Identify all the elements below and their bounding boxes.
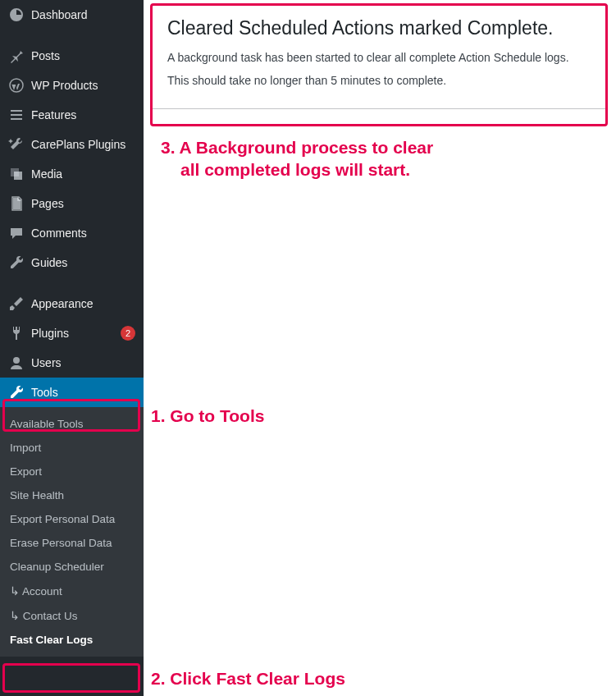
sidebar-item-label: Pages — [31, 197, 135, 210]
annotation-3-line2: all completed logs will start. — [180, 159, 410, 181]
comment-icon — [8, 225, 25, 241]
svg-rect-2 — [11, 114, 22, 116]
notice-line2: This should take no longer than 5 minute… — [167, 74, 592, 87]
dashboard-icon — [8, 7, 25, 23]
sub-item-contact-us[interactable]: ↳ Contact Us — [0, 603, 144, 628]
media-icon — [8, 166, 25, 182]
brush-icon — [8, 295, 25, 312]
sidebar-item-dashboard[interactable]: Dashboard — [0, 0, 144, 30]
wrench-spark-icon — [8, 136, 25, 153]
notice-title: Cleared Scheduled Actions marked Complet… — [167, 17, 592, 39]
sidebar-item-label: Appearance — [31, 297, 135, 310]
sub-item-import[interactable]: Import — [0, 436, 144, 460]
sidebar-item-label: Tools — [31, 386, 135, 399]
sidebar-item-comments[interactable]: Comments — [0, 218, 144, 248]
annotation-2: 2. Click Fast Clear Logs — [151, 668, 345, 689]
svg-rect-1 — [11, 110, 22, 112]
annotation-1: 1. Go to Tools — [151, 405, 264, 427]
sidebar-item-label: Posts — [31, 49, 135, 62]
sidebar-item-media[interactable]: Media — [0, 159, 144, 189]
list-icon — [8, 107, 25, 123]
sub-item-export-personal-data[interactable]: Export Personal Data — [0, 507, 144, 531]
sidebar-item-label: Features — [31, 108, 135, 121]
svg-point-4 — [13, 357, 20, 364]
sub-item-erase-personal-data[interactable]: Erase Personal Data — [0, 531, 144, 555]
page-icon — [8, 195, 25, 212]
sidebar-item-features[interactable]: Features — [0, 100, 144, 130]
user-icon — [8, 355, 25, 371]
wrench-icon — [8, 254, 25, 271]
sidebar-item-careplans[interactable]: CarePlans Plugins — [0, 130, 144, 159]
sidebar-item-label: Comments — [31, 227, 135, 240]
plug-icon — [8, 325, 25, 341]
sub-item-site-health[interactable]: Site Health — [0, 483, 144, 507]
svg-point-0 — [10, 79, 23, 92]
plugins-update-badge: 2 — [121, 326, 135, 341]
main-content: Cleared Scheduled Actions marked Complet… — [152, 5, 608, 109]
sidebar-item-label: Plugins — [31, 327, 116, 340]
pin-icon — [8, 48, 25, 64]
sub-item-cleanup-scheduler[interactable]: Cleanup Scheduler — [0, 555, 144, 579]
sub-item-export[interactable]: Export — [0, 460, 144, 483]
admin-sidebar: Dashboard Posts WP Products Features Car… — [0, 0, 144, 696]
sub-item-fast-clear-logs[interactable]: Fast Clear Logs — [0, 628, 144, 652]
sidebar-item-label: Dashboard — [31, 8, 135, 21]
wrench-icon — [8, 384, 25, 401]
sidebar-item-label: CarePlans Plugins — [31, 138, 135, 151]
sidebar-item-tools[interactable]: Tools — [0, 378, 144, 407]
annotation-3-line1: 3. A Background process to clear — [161, 137, 433, 158]
admin-notice: Cleared Scheduled Actions marked Complet… — [152, 5, 608, 109]
sidebar-item-plugins[interactable]: Plugins 2 — [0, 318, 144, 348]
sidebar-item-label: Media — [31, 167, 135, 181]
wordpress-icon — [8, 77, 25, 94]
sidebar-item-label: WP Products — [31, 79, 135, 92]
sidebar-item-guides[interactable]: Guides — [0, 248, 144, 277]
sub-item-account[interactable]: ↳ Account — [0, 579, 144, 603]
sidebar-item-label: Users — [31, 356, 135, 369]
svg-rect-3 — [11, 118, 22, 120]
sidebar-item-wpproducts[interactable]: WP Products — [0, 71, 144, 100]
sidebar-item-appearance[interactable]: Appearance — [0, 289, 144, 318]
sidebar-item-label: Guides — [31, 256, 135, 269]
sidebar-item-posts[interactable]: Posts — [0, 41, 144, 71]
notice-line1: A background task has been started to cl… — [167, 51, 592, 64]
sidebar-item-users[interactable]: Users — [0, 348, 144, 378]
tools-submenu: Available Tools Import Export Site Healt… — [0, 407, 144, 657]
sub-item-available-tools[interactable]: Available Tools — [0, 412, 144, 436]
sidebar-item-pages[interactable]: Pages — [0, 189, 144, 218]
